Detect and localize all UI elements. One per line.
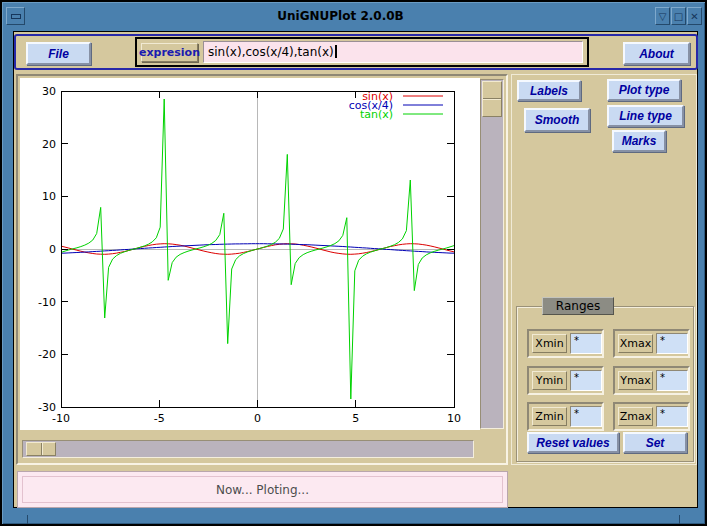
zmin-label-button[interactable]: Zmin [532, 407, 567, 426]
smooth-button[interactable]: Smooth [524, 108, 590, 132]
frame-resize-notch [679, 515, 680, 524]
scrollbar-thumb-divider [483, 98, 501, 100]
reset-values-button[interactable]: Reset values [527, 432, 619, 453]
ymin-label-button[interactable]: Ymin [532, 371, 567, 390]
maximize-icon: □ [674, 11, 683, 22]
svg-text:-30: -30 [38, 401, 56, 414]
expression-group: expresion sin(x),cos(x/4),tan(x) [135, 37, 589, 67]
svg-text:10: 10 [447, 412, 461, 425]
status-text: Now... Ploting... [216, 483, 309, 497]
close-button[interactable]: ✕ [687, 7, 702, 25]
svg-text:20: 20 [42, 138, 56, 151]
ymax-label-button[interactable]: Ymax [618, 371, 653, 390]
xmin-input[interactable]: * [570, 333, 602, 354]
svg-text:0: 0 [254, 412, 261, 425]
svg-text:5: 5 [352, 412, 359, 425]
vertical-scrollbar[interactable] [480, 79, 504, 429]
expression-text: sin(x),cos(x/4),tan(x) [208, 45, 334, 59]
set-button[interactable]: Set [623, 432, 687, 453]
horizontal-scrollbar[interactable] [22, 440, 474, 458]
svg-text:10: 10 [42, 190, 56, 203]
ymax-input[interactable]: * [656, 370, 688, 391]
svg-text:-10: -10 [38, 296, 56, 309]
text-cursor [335, 45, 337, 58]
frame-resize-notch [27, 515, 28, 524]
close-icon: ✕ [690, 11, 698, 22]
expression-label-button[interactable]: expresion [141, 43, 198, 62]
zmax-label-button[interactable]: Zmax [618, 407, 653, 426]
title-bar[interactable]: UniGNUPlot 2.0.0B ▽ □ ✕ [4, 4, 703, 30]
range-field-ymax: Ymax * [613, 366, 690, 395]
plot-type-button[interactable]: Plot type [607, 79, 681, 101]
range-field-ymin: Ymin * [527, 366, 604, 395]
svg-text:tan(x): tan(x) [360, 108, 393, 121]
window-content: File expresion sin(x),cos(x/4),tan(x) Ab… [13, 31, 698, 508]
plot-panel: -10-50510-30-20-100102030sin(x)cos(x/4)t… [16, 74, 508, 465]
range-field-zmax: Zmax * [613, 402, 690, 431]
status-message-box: Now... Ploting... [22, 476, 503, 503]
shade-icon: ▽ [659, 11, 667, 22]
svg-text:-5: -5 [154, 412, 165, 425]
window-controls: ▽ □ ✕ [654, 7, 702, 25]
line-type-button[interactable]: Line type [607, 105, 684, 127]
status-bar: Now... Ploting... [17, 471, 508, 508]
window-menu-dash-icon [11, 14, 21, 19]
svg-text:-20: -20 [38, 348, 56, 361]
ymin-input[interactable]: * [570, 370, 602, 391]
file-button[interactable]: File [26, 42, 91, 65]
window-title: UniGNUPlot 2.0.0B [34, 4, 647, 28]
ranges-title: Ranges [542, 297, 614, 315]
range-field-zmin: Zmin * [527, 402, 604, 431]
svg-text:30: 30 [42, 85, 56, 98]
range-field-xmin: Xmin * [527, 329, 604, 358]
toolbar: File expresion sin(x),cos(x/4),tan(x) Ab… [14, 34, 698, 70]
expression-input[interactable]: sin(x),cos(x/4),tan(x) [203, 41, 583, 63]
maximize-button[interactable]: □ [671, 7, 686, 25]
about-button[interactable]: About [623, 42, 690, 65]
marks-button[interactable]: Marks [612, 130, 666, 152]
zmax-input[interactable]: * [656, 406, 688, 427]
app-window: UniGNUPlot 2.0.0B ▽ □ ✕ File expresion s… [0, 0, 707, 526]
svg-text:0: 0 [49, 243, 56, 256]
zmin-input[interactable]: * [570, 406, 602, 427]
function-plot-svg: -10-50510-30-20-100102030sin(x)cos(x/4)t… [20, 78, 480, 430]
xmax-input[interactable]: * [656, 333, 688, 354]
xmax-label-button[interactable]: Xmax [618, 334, 653, 353]
vertical-scrollbar-thumb[interactable] [482, 81, 502, 117]
xmin-label-button[interactable]: Xmin [532, 334, 567, 353]
shade-button[interactable]: ▽ [655, 7, 670, 25]
horizontal-scrollbar-thumb[interactable] [26, 442, 56, 456]
labels-button[interactable]: Labels [517, 80, 581, 101]
control-panel: Labels Plot type Smooth Line type Marks … [511, 74, 697, 465]
plot-canvas: -10-50510-30-20-100102030sin(x)cos(x/4)t… [20, 78, 480, 430]
range-field-xmax: Xmax * [613, 329, 690, 358]
scrollbar-thumb-divider [41, 443, 43, 455]
window-menu-button[interactable] [6, 7, 25, 25]
